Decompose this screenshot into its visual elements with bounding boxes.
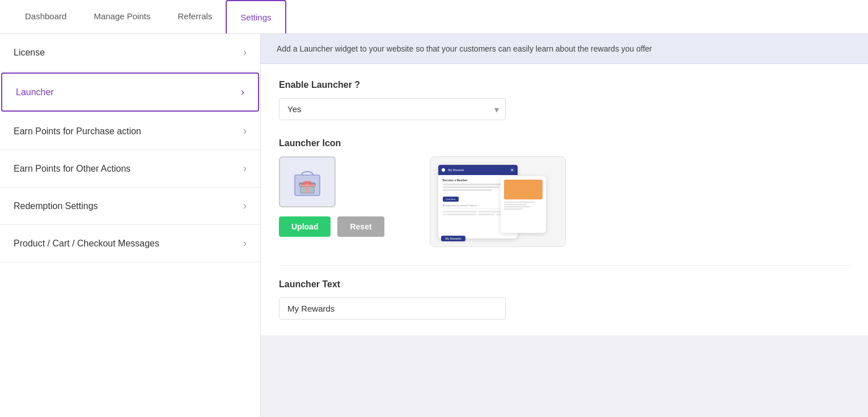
svg-rect-3 <box>306 183 308 193</box>
mockup-close-icon: ✕ <box>510 168 514 173</box>
sidebar-item-label: License <box>14 48 45 58</box>
chevron-right-icon: › <box>243 237 247 249</box>
mockup-product-line1 <box>504 202 535 203</box>
mockup-side-panel <box>501 176 546 233</box>
enable-launcher-select-wrapper: Yes No <box>279 98 506 120</box>
mockup-line3 <box>443 189 492 191</box>
mockup-cell1 <box>443 211 477 212</box>
launcher-text-input[interactable] <box>279 297 506 320</box>
tab-dashboard[interactable]: Dashboard <box>11 0 80 33</box>
svg-rect-4 <box>299 185 315 186</box>
mockup-line2 <box>443 186 499 188</box>
mockup-product-line4 <box>504 208 523 210</box>
sidebar-item-label: Redemption Settings <box>14 201 98 211</box>
tab-settings[interactable]: Settings <box>226 0 286 33</box>
content-area: Add a Launcher widget to your website so… <box>261 34 868 417</box>
mockup-footer-bar: My Rewards <box>441 236 466 241</box>
launcher-text-label: Launcher Text <box>279 279 850 290</box>
icon-row: Upload Reset My Rewards <box>279 156 850 247</box>
top-nav: Dashboard Manage Points Referrals Settin… <box>0 0 868 34</box>
enable-launcher-label: Enable Launcher ? <box>279 80 850 90</box>
mockup-product-img <box>504 180 543 199</box>
enable-launcher-field: Enable Launcher ? Yes No <box>279 80 850 120</box>
info-banner: Add a Launcher widget to your website so… <box>261 34 868 64</box>
mockup-header: My Rewards ✕ <box>438 165 518 175</box>
mockup-cell3 <box>443 214 476 215</box>
launcher-icon-preview <box>289 164 325 200</box>
sidebar-item-earn-other[interactable]: Earn Points for Other Actions › <box>0 150 260 188</box>
banner-text: Add a Launcher widget to your website so… <box>277 44 652 53</box>
reset-button[interactable]: Reset <box>337 216 384 237</box>
mockup-logo-dot <box>442 168 445 172</box>
launcher-icon-field: Launcher Icon <box>279 138 850 247</box>
chevron-right-icon: › <box>243 125 247 137</box>
sidebar-item-label: Launcher <box>16 87 54 97</box>
tab-manage-points[interactable]: Manage Points <box>80 0 164 33</box>
main-layout: License › Launcher › ◀ Earn Points for P… <box>0 34 868 417</box>
mockup-line1 <box>443 184 506 185</box>
sidebar: License › Launcher › ◀ Earn Points for P… <box>0 34 261 417</box>
sidebar-item-label: Product / Cart / Checkout Messages <box>14 239 159 249</box>
sidebar-item-license[interactable]: License › <box>0 34 260 71</box>
icon-btn-row: Upload Reset <box>279 216 384 237</box>
icon-upload-area: Upload Reset <box>279 156 384 237</box>
sidebar-item-earn-purchase[interactable]: Earn Points for Purchase action › <box>0 113 260 150</box>
launcher-preview-mockup: My Rewards ✕ Become a Member Join Now Al… <box>430 156 566 247</box>
mockup-product-line3 <box>504 206 531 207</box>
mockup-cell4 <box>478 214 495 215</box>
upload-button[interactable]: Upload <box>279 216 331 237</box>
chevron-right-icon: › <box>243 46 247 58</box>
chevron-right-icon: › <box>243 200 247 212</box>
mockup-product-line2 <box>504 204 527 205</box>
content-panel: Enable Launcher ? Yes No Launcher Icon <box>261 64 868 335</box>
icon-preview-box <box>279 156 336 207</box>
sidebar-item-cart-checkout[interactable]: Product / Cart / Checkout Messages › <box>0 225 260 262</box>
sidebar-item-label: Earn Points for Purchase action <box>14 126 141 137</box>
launcher-icon-label: Launcher Icon <box>279 138 850 148</box>
launcher-text-section: Launcher Text <box>279 265 850 320</box>
sidebar-item-label: Earn Points for Other Actions <box>14 164 130 174</box>
enable-launcher-select[interactable]: Yes No <box>279 98 506 120</box>
sidebar-item-redemption[interactable]: Redemption Settings › <box>0 188 260 225</box>
sidebar-item-launcher[interactable]: Launcher › ◀ <box>1 73 259 112</box>
nav-tabs: Dashboard Manage Points Referrals Settin… <box>11 0 286 33</box>
chevron-right-icon: › <box>241 86 244 98</box>
tab-referrals[interactable]: Referrals <box>164 0 226 33</box>
mockup-join-btn: Join Now <box>443 197 459 202</box>
mockup-container: My Rewards ✕ Become a Member Join Now Al… <box>433 159 563 244</box>
chevron-right-icon: › <box>243 163 247 175</box>
